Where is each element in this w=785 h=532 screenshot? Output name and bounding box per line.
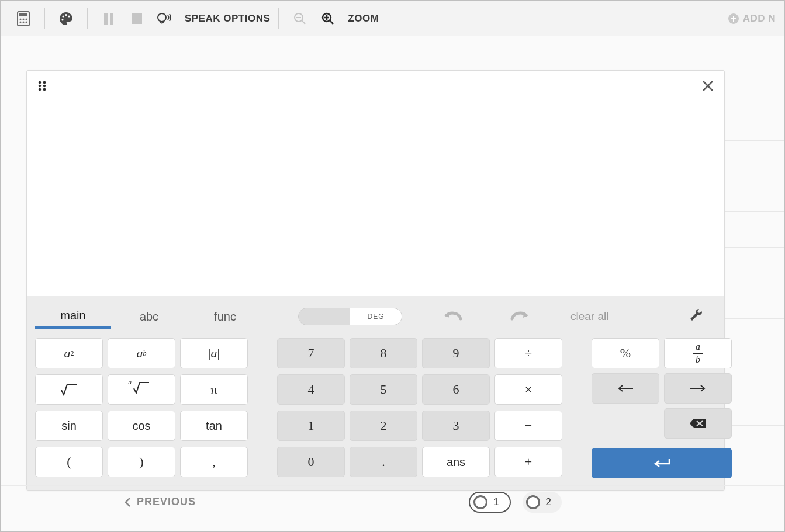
calculator-icon[interactable] [11, 6, 36, 32]
calculator-display[interactable] [27, 103, 724, 255]
side-list [725, 140, 784, 425]
svg-point-15 [158, 13, 166, 22]
settings-icon[interactable] [689, 308, 716, 325]
key-enter[interactable] [592, 448, 732, 478]
calculator-panel: main abc func DEG clear all [26, 70, 725, 491]
calculator-input[interactable] [27, 255, 724, 296]
key-cursor-left[interactable] [592, 373, 659, 404]
svg-rect-14 [132, 13, 142, 24]
bottom-nav: PREVIOUS 1 2 [1, 485, 784, 518]
key-rparen[interactable]: ) [108, 447, 175, 477]
key-power[interactable]: ab [108, 338, 175, 368]
zoom-label[interactable]: ZOOM [348, 13, 379, 25]
svg-point-2 [20, 18, 22, 20]
page-pill-2[interactable]: 2 [523, 492, 562, 513]
stop-icon[interactable] [124, 6, 150, 32]
zoom-in-icon[interactable] [315, 6, 341, 32]
zoom-out-icon[interactable] [287, 6, 313, 32]
key-4[interactable]: 4 [277, 374, 345, 405]
key-0[interactable]: 0 [277, 447, 345, 477]
rad-segment[interactable] [299, 308, 350, 325]
key-fraction[interactable]: a b [664, 338, 732, 368]
svg-line-17 [302, 20, 305, 24]
key-multiply[interactable]: × [494, 374, 562, 405]
key-pi[interactable]: π [180, 374, 248, 405]
svg-point-4 [26, 18, 27, 20]
function-keys: a2 ab |a| n π sin cos tan ( ) , [35, 338, 248, 478]
svg-point-10 [68, 15, 70, 17]
svg-point-28 [39, 84, 42, 87]
page-number: 1 [493, 496, 499, 508]
toolbar: SPEAK OPTIONS ZOOM ADD N [1, 1, 784, 36]
svg-point-6 [23, 21, 25, 23]
speak-options-label[interactable]: SPEAK OPTIONS [185, 13, 270, 25]
key-3[interactable]: 3 [422, 411, 490, 441]
divider [278, 8, 279, 29]
key-cursor-right[interactable] [664, 373, 732, 404]
svg-point-8 [62, 15, 64, 17]
svg-point-27 [43, 81, 46, 84]
tab-abc[interactable]: abc [111, 304, 187, 329]
palette-icon[interactable] [53, 6, 79, 32]
key-square[interactable]: a2 [35, 338, 103, 368]
key-7[interactable]: 7 [277, 338, 345, 368]
page-number: 2 [546, 496, 551, 508]
svg-point-7 [26, 21, 27, 23]
key-percent[interactable]: % [592, 338, 659, 368]
svg-rect-13 [110, 13, 113, 25]
speak-icon[interactable] [152, 6, 178, 32]
key-decimal[interactable]: . [350, 447, 417, 477]
key-1[interactable]: 1 [277, 411, 345, 441]
previous-label: PREVIOUS [137, 496, 196, 508]
close-icon[interactable] [702, 80, 714, 94]
svg-line-20 [330, 20, 333, 24]
svg-point-26 [39, 81, 42, 84]
key-abs[interactable]: |a| [180, 338, 248, 368]
key-nth-root[interactable]: n [108, 374, 175, 405]
radio-icon [526, 495, 540, 509]
key-sin[interactable]: sin [35, 411, 103, 441]
svg-point-11 [61, 19, 63, 20]
keypad-tabs: main abc func [35, 304, 263, 329]
key-ans[interactable]: ans [422, 447, 490, 477]
clear-all-button[interactable]: clear all [570, 310, 608, 323]
key-comma[interactable]: , [180, 447, 248, 477]
key-8[interactable]: 8 [350, 338, 417, 368]
svg-point-9 [65, 13, 67, 15]
key-tan[interactable]: tan [180, 411, 248, 441]
numpad: 7 8 9 ÷ 4 5 6 × 1 2 3 − 0 . ans + [277, 338, 562, 478]
previous-button[interactable]: PREVIOUS [124, 496, 196, 508]
redo-icon[interactable] [510, 310, 530, 324]
key-subtract[interactable]: − [494, 411, 562, 441]
svg-point-30 [39, 88, 42, 91]
deg-segment[interactable]: DEG [350, 308, 402, 325]
right-keys: % a b [592, 338, 732, 478]
key-cos[interactable]: cos [108, 411, 175, 441]
divider [87, 8, 88, 29]
svg-point-3 [23, 18, 25, 20]
svg-rect-12 [104, 13, 108, 25]
tab-func[interactable]: func [187, 304, 263, 329]
pause-icon[interactable] [96, 6, 122, 32]
divider [44, 8, 45, 29]
key-5[interactable]: 5 [350, 374, 417, 405]
key-add[interactable]: + [494, 447, 562, 477]
tab-main[interactable]: main [35, 304, 111, 329]
key-2[interactable]: 2 [350, 411, 417, 441]
key-9[interactable]: 9 [422, 338, 490, 368]
add-note-button[interactable]: ADD N [728, 13, 776, 25]
svg-point-5 [20, 21, 22, 23]
page-pill-1[interactable]: 1 [469, 492, 510, 513]
key-backspace[interactable] [664, 408, 732, 439]
key-lparen[interactable]: ( [35, 447, 103, 477]
svg-rect-1 [19, 13, 27, 16]
key-divide[interactable]: ÷ [494, 338, 562, 368]
radio-icon [473, 495, 487, 509]
undo-icon[interactable] [443, 310, 463, 324]
key-sqrt[interactable] [35, 374, 103, 405]
angle-mode-toggle[interactable]: DEG [298, 308, 402, 325]
add-note-label: ADD N [743, 13, 776, 25]
key-6[interactable]: 6 [422, 374, 490, 405]
svg-point-31 [43, 88, 46, 91]
drag-handle-icon[interactable] [37, 81, 48, 93]
